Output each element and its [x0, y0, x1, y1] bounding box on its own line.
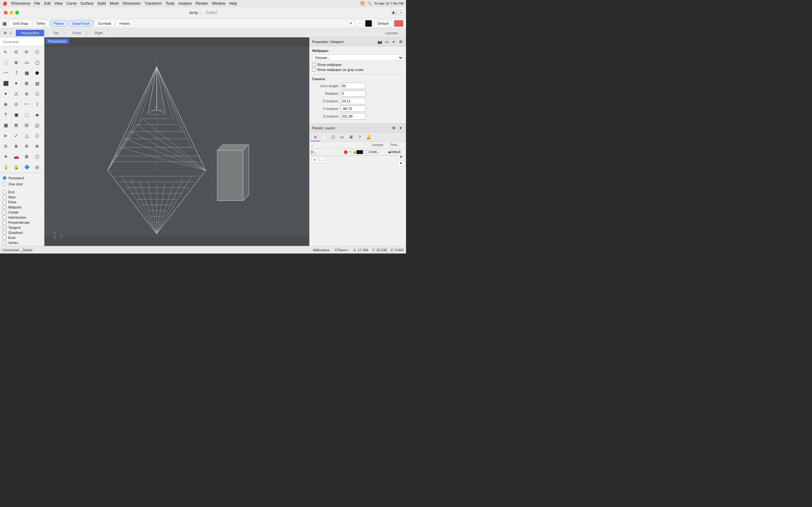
tool-hex[interactable]: ⬡ — [32, 89, 42, 99]
viewport-area[interactable]: Perspective — [44, 38, 309, 246]
x-location-input[interactable] — [340, 98, 366, 104]
tab-top[interactable]: Top — [48, 30, 64, 36]
menu-view[interactable]: View — [55, 1, 63, 6]
tool-star[interactable]: ✦ — [11, 78, 21, 89]
lens-length-input[interactable] — [340, 83, 366, 89]
tool-corner[interactable]: ◱ — [32, 120, 42, 130]
color-preview[interactable] — [394, 20, 403, 27]
menu-window[interactable]: Window — [212, 1, 225, 6]
tool-freeform[interactable]: 〰 — [1, 68, 11, 78]
tool-grid2[interactable]: ⊞ — [21, 78, 32, 89]
tool-zoom[interactable]: ⊘ — [21, 141, 32, 151]
menu-transform[interactable]: Transform — [145, 1, 162, 6]
tool-minus[interactable]: ⊟ — [21, 120, 32, 130]
cplane-dropdown[interactable]: ▾ — [347, 248, 348, 251]
add-layer-button[interactable]: + — [311, 157, 318, 163]
maximize-button[interactable] — [15, 11, 19, 14]
menu-help[interactable]: Help — [229, 1, 237, 6]
layer-print-diamond[interactable]: ◆ — [388, 151, 391, 154]
snap-tangent[interactable]: Tangent — [3, 225, 42, 230]
layer-print-circle[interactable] — [363, 150, 369, 154]
menu-file[interactable]: File — [34, 1, 40, 6]
snap-intersection[interactable]: Intersection — [3, 215, 42, 220]
layers-chevron-button[interactable]: ▾ — [398, 160, 404, 166]
tool-warn[interactable]: ⚠ — [11, 89, 21, 99]
z-location-input[interactable] — [340, 113, 366, 119]
tool-blue-diamond[interactable]: 🔷 — [21, 162, 32, 172]
layers-tab-layers[interactable]: ◈ — [311, 132, 320, 141]
tool-trim[interactable]: ▤ — [32, 78, 42, 89]
search-icon[interactable]: 🔍 — [367, 1, 372, 5]
tool-arc[interactable]: ⊕ — [11, 57, 21, 67]
wallpaper-select[interactable]: Choose... — [312, 55, 403, 61]
tab-front[interactable]: Front — [67, 30, 86, 36]
tool-hatch[interactable]: ▦ — [21, 68, 32, 78]
layers-tab-screen[interactable]: 🖥 — [346, 132, 355, 141]
rotation-input[interactable] — [340, 90, 366, 97]
layer-color-black[interactable] — [357, 150, 363, 154]
snap-knot[interactable]: Knot — [3, 235, 42, 240]
tool-angle[interactable]: ⟨ — [32, 99, 42, 109]
planar-button[interactable]: Planar — [50, 20, 67, 27]
remove-layer-button[interactable]: − — [319, 157, 325, 163]
tool-surface[interactable]: ⬟ — [32, 68, 42, 78]
snap-near[interactable]: Near — [3, 194, 42, 200]
one-shot-radio[interactable]: One shot — [3, 181, 42, 187]
tab-grid-icon[interactable]: ⊞ — [3, 31, 8, 36]
menu-dimension[interactable]: Dimension — [123, 1, 141, 6]
command-input[interactable] — [0, 38, 44, 46]
tool-add[interactable]: ⊕ — [1, 99, 11, 109]
status-cplane[interactable]: CPlane ▾ — [335, 248, 348, 252]
tool-no[interactable]: ⊘ — [21, 89, 32, 99]
tool-text[interactable]: T — [1, 110, 11, 120]
snap-end[interactable]: End — [3, 189, 42, 194]
layer-row-default[interactable]: D... 👁 🔒 Conti... ◆ Default — [310, 149, 406, 156]
minimize-button[interactable] — [9, 11, 13, 14]
layers-tab-object[interactable]: ⬡ — [328, 132, 338, 141]
tool-extrude[interactable]: ⬛ — [1, 78, 11, 89]
tab-perspective[interactable]: Perspective — [16, 30, 44, 36]
tool-lamp[interactable]: 💡 — [1, 162, 11, 172]
layers-dropdown-icon[interactable]: ▾ — [398, 125, 403, 131]
circle-button[interactable]: ○ — [356, 20, 363, 27]
menu-mesh[interactable]: Mesh — [110, 1, 119, 6]
tool-hex3[interactable]: ⬡ — [32, 152, 42, 162]
tool-explode[interactable]: ✦ — [1, 89, 11, 99]
tool-car[interactable]: 🚗 — [11, 152, 21, 162]
menu-curve[interactable]: Curve — [67, 1, 77, 6]
tool-orbit[interactable]: ⊙ — [1, 141, 11, 151]
menu-edit[interactable]: Edit — [44, 1, 51, 6]
tool-wave[interactable]: 〰 — [21, 99, 32, 109]
menu-tools[interactable]: Tools — [165, 1, 174, 6]
menu-surface[interactable]: Surface — [81, 1, 94, 6]
y-location-input[interactable] — [340, 106, 366, 112]
layers-tab-help[interactable]: ? — [355, 132, 364, 141]
menu-rhinoceros[interactable]: Rhinoceros — [11, 1, 31, 6]
tool-hex2[interactable]: ⬡ — [32, 130, 42, 141]
tool-lock[interactable]: 🔒 — [11, 162, 21, 172]
tool-hatch2[interactable]: ▦ — [1, 120, 11, 130]
menu-render[interactable]: Render — [196, 1, 208, 6]
tool-grid3[interactable]: ⊞ — [21, 152, 32, 162]
settings-icon[interactable]: ⚙ — [398, 39, 403, 45]
snap-vertex[interactable]: Vertex — [3, 240, 42, 245]
persistent-radio[interactable]: Persistent — [3, 175, 42, 181]
record-button[interactable]: ⟳ — [347, 20, 354, 27]
tool-box[interactable]: ▣ — [11, 110, 21, 120]
tool-triangle[interactable]: △ — [21, 130, 32, 141]
layers-tab-bell[interactable]: 🔔 — [364, 132, 373, 141]
gumball-button[interactable]: Gumball — [95, 20, 114, 27]
tool-zoomext[interactable]: ⊛ — [32, 141, 42, 151]
link-icon[interactable]: ⚭ — [391, 39, 397, 45]
layers-tab-file[interactable]: 📄 — [320, 132, 328, 141]
smarttrack-button[interactable]: SmartTrack — [68, 20, 93, 27]
show-wallpaper-checkbox[interactable] — [312, 63, 316, 66]
tool-circle2[interactable]: ◎ — [32, 162, 42, 172]
tool-sun[interactable]: ☀ — [1, 152, 11, 162]
black-square-button[interactable] — [365, 20, 372, 27]
camera-icon[interactable]: 📷 — [377, 39, 383, 45]
tool-plus[interactable]: ⊞ — [11, 120, 21, 130]
menu-analyze[interactable]: Analyze — [178, 1, 192, 6]
tool-polygon[interactable]: ▢ — [32, 57, 42, 67]
tool-offset[interactable]: ⤴ — [11, 68, 21, 78]
